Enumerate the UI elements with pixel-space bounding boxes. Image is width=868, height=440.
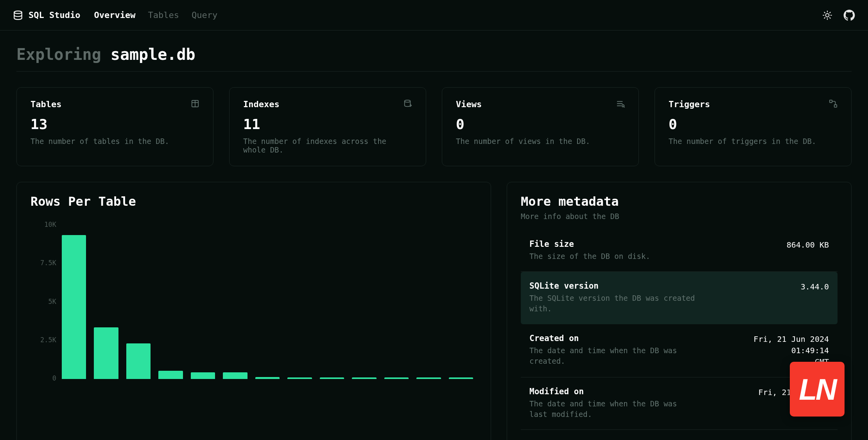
- nav-link-overview[interactable]: Overview: [94, 10, 135, 20]
- bar[interactable]: [94, 327, 118, 379]
- nav-link-query[interactable]: Query: [192, 10, 217, 20]
- theme-toggle-icon[interactable]: [822, 10, 832, 20]
- brand-text: SQL Studio: [29, 10, 80, 20]
- svg-rect-20: [834, 105, 837, 107]
- nav-link-tables[interactable]: Tables: [148, 10, 179, 20]
- bar[interactable]: [158, 371, 183, 379]
- nav-links: Overview Tables Query: [94, 10, 217, 20]
- card-title: Views: [456, 99, 482, 109]
- y-axis: 10K 7.5K 5K 2.5K 0: [30, 217, 61, 379]
- rows-per-table-panel: Rows Per Table 10K 7.5K 5K 2.5K 0: [16, 182, 491, 440]
- y-tick: 10K: [30, 221, 56, 228]
- svg-line-9: [830, 12, 830, 13]
- metadata-desc: The date and time when the DB was create…: [529, 345, 696, 367]
- card-value: 11: [243, 116, 412, 132]
- svg-point-0: [14, 11, 22, 14]
- card-title: Indexes: [243, 99, 280, 109]
- bar[interactable]: [191, 372, 215, 379]
- bar[interactable]: [416, 377, 441, 379]
- card-value: 13: [30, 116, 199, 132]
- y-tick: 0: [30, 374, 56, 382]
- y-tick: 5K: [30, 298, 56, 305]
- svg-point-13: [405, 100, 411, 102]
- card-value: 0: [669, 116, 838, 132]
- metadata-value: 864.00 KB: [787, 239, 829, 251]
- metadata-label: File size: [529, 239, 650, 249]
- svg-line-18: [624, 106, 624, 107]
- svg-point-1: [826, 13, 829, 17]
- card-desc: The number of triggers in the DB.: [669, 137, 838, 145]
- metadata-desc: The SQLite version the DB was created wi…: [529, 293, 698, 314]
- metadata-value: 3.44.0: [801, 281, 829, 293]
- card-title: Triggers: [669, 99, 710, 109]
- metadata-label: Modified on: [529, 387, 698, 396]
- y-tick: 7.5K: [30, 259, 56, 267]
- database-icon: [404, 99, 412, 109]
- card-title: Tables: [30, 99, 61, 109]
- bar[interactable]: [449, 377, 473, 379]
- flow-icon: [829, 99, 838, 109]
- metadata-title: More metadata: [521, 194, 838, 209]
- github-icon[interactable]: [843, 9, 855, 21]
- metadata-item[interactable]: SQLite versionThe SQLite version the DB …: [521, 272, 838, 324]
- card-desc: The number of tables in the DB.: [30, 137, 199, 145]
- svg-rect-19: [830, 100, 832, 102]
- metadata-label: Created on: [529, 334, 696, 343]
- chart-title: Rows Per Table: [30, 194, 477, 209]
- bars: [61, 217, 477, 379]
- database-icon: [13, 10, 23, 20]
- list-icon: [616, 99, 625, 109]
- metadata-desc: The date and time when the DB was last m…: [529, 399, 698, 420]
- heading-prefix: Exploring: [16, 45, 101, 63]
- bar[interactable]: [62, 235, 86, 379]
- bar[interactable]: [126, 343, 151, 379]
- bar[interactable]: [384, 377, 409, 379]
- card-desc: The number of indexes across the whole D…: [243, 137, 412, 154]
- badge-text: LN: [799, 372, 835, 406]
- svg-line-4: [824, 12, 825, 13]
- top-nav: SQL Studio Overview Tables Query: [0, 0, 868, 31]
- logo-badge[interactable]: LN: [790, 362, 845, 417]
- card-triggers[interactable]: Triggers 0 The number of triggers in the…: [655, 87, 852, 166]
- card-value: 0: [456, 116, 625, 132]
- page-title: Exploring sample.db: [16, 45, 852, 72]
- card-views[interactable]: Views 0 The number of views in the DB.: [442, 87, 639, 166]
- brand[interactable]: SQL Studio: [13, 10, 80, 20]
- card-indexes[interactable]: Indexes 11 The number of indexes across …: [229, 87, 426, 166]
- metadata-item[interactable]: File sizeThe size of the DB on disk.864.…: [521, 230, 838, 272]
- card-tables[interactable]: Tables 13 The number of tables in the DB…: [16, 87, 213, 166]
- stat-cards: Tables 13 The number of tables in the DB…: [16, 87, 852, 166]
- metadata-subtitle: More info about the DB: [521, 212, 838, 221]
- metadata-desc: The size of the DB on disk.: [529, 251, 650, 262]
- metadata-label: SQLite version: [529, 281, 698, 291]
- table-icon: [191, 99, 199, 109]
- svg-line-5: [830, 18, 830, 18]
- bar[interactable]: [352, 377, 376, 379]
- card-desc: The number of views in the DB.: [456, 137, 625, 145]
- bar[interactable]: [287, 377, 312, 379]
- bar[interactable]: [320, 377, 344, 379]
- bar-chart: 10K 7.5K 5K 2.5K 0: [30, 217, 477, 379]
- bar[interactable]: [255, 377, 280, 379]
- y-tick: 2.5K: [30, 336, 56, 344]
- svg-line-8: [824, 18, 825, 18]
- bar[interactable]: [223, 372, 247, 379]
- heading-db-name: sample.db: [111, 45, 195, 63]
